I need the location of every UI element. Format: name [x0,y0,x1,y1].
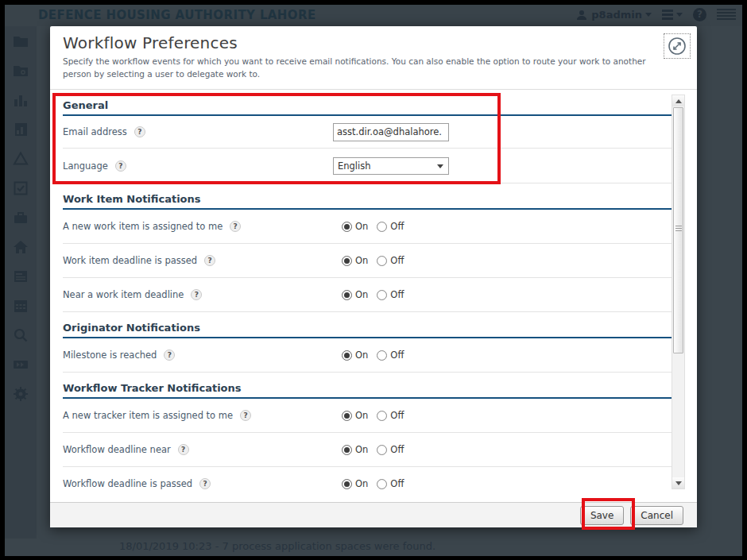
help-icon[interactable]: ? [115,160,126,172]
bar-chart-icon[interactable] [12,91,29,109]
app-header: DEFENCE HOUSING AUTHORITY LAHORE p8admin… [5,5,742,26]
save-button[interactable]: Save [580,506,624,525]
notification-row: A new tracker item is assigned to me ? O… [63,399,672,433]
on-off-group: On Off [333,410,408,421]
notification-row-clipped: Workflow deadline is passed ? On Off [63,467,672,490]
chevron-down-icon [437,164,443,168]
help-icon[interactable]: ? [240,410,251,421]
briefcase-icon[interactable] [12,209,29,226]
language-select[interactable]: English [333,157,449,175]
caret-down-icon [645,13,652,17]
email-input[interactable] [333,123,449,141]
status-bar: 18/01/2019 10:23 - 7 process application… [119,540,435,552]
on-off-group: On Off [333,221,408,232]
section-heading-general: General [63,90,672,116]
help-icon[interactable]: ? [191,289,202,300]
language-row: Language ? English [63,149,672,183]
scrollbar-thumb[interactable] [673,107,683,353]
calendar-icon[interactable] [12,297,29,315]
radio-off[interactable]: Off [377,444,404,455]
sidebar [5,26,37,539]
section-heading-tracker: Workflow Tracker Notifications [63,373,672,399]
form-icon[interactable] [12,268,29,285]
home-icon[interactable] [12,238,29,256]
radio-off[interactable]: Off [377,478,404,489]
row-label: A new tracker item is assigned to me [63,410,233,421]
cancel-button[interactable]: Cancel [630,506,683,525]
radio-off[interactable]: Off [377,289,404,300]
help-icon[interactable]: ? [204,255,215,266]
scroll-up-button[interactable] [672,95,684,106]
radio-on[interactable]: On [342,444,368,455]
radio-on[interactable]: On [342,221,368,232]
folder-icon[interactable] [12,33,29,50]
radio-on[interactable]: On [342,478,368,489]
scrollbar-grip-icon [675,226,682,232]
section-heading-work-item: Work Item Notifications [63,183,672,210]
caret-down-icon [676,13,683,17]
on-off-group: On Off [333,255,408,266]
radio-off[interactable]: Off [377,350,404,361]
radio-off-icon [377,222,387,232]
section-heading-originator: Originator Notifications [63,312,672,338]
user-menu[interactable]: p8admin [575,9,652,21]
on-off-group: On Off [333,350,408,361]
vertical-scrollbar[interactable] [672,95,685,489]
dialog-description: Specify the workflow events for which yo… [63,55,668,81]
expand-icon [667,36,687,56]
menu-icon [662,10,673,20]
help-icon[interactable]: ? [134,126,145,137]
radio-off-icon [377,445,387,455]
radio-on-icon [342,479,352,489]
help-icon[interactable]: ? [693,8,706,21]
radio-on[interactable]: On [342,289,368,300]
help-icon[interactable]: ? [230,221,241,232]
scroll-down-button[interactable] [672,477,684,489]
help-icon[interactable]: ? [199,478,211,489]
search-icon[interactable] [12,326,29,344]
workflow-preferences-dialog: Workflow Preferences Specify the workflo… [50,26,697,527]
preference-rows: General Email address ? Language ? Engli… [63,90,672,490]
language-label: Language [63,160,108,172]
recycle-icon[interactable] [12,150,29,168]
radio-off[interactable]: Off [377,221,404,232]
radio-off-icon [377,350,387,361]
brand-logo [717,9,736,21]
radio-off-icon [377,290,387,300]
player-icon[interactable] [12,356,29,373]
on-off-group: On Off [333,478,408,489]
radio-on-icon [342,290,352,300]
radio-on[interactable]: On [342,410,368,421]
managed-folder-icon[interactable] [12,62,29,79]
radio-on[interactable]: On [342,350,368,361]
language-selected-value: English [338,160,371,172]
email-label: Email address [63,126,127,137]
expand-button[interactable] [664,33,691,59]
row-label: Workflow deadline is passed [63,478,192,489]
header-actions: p8admin ? [575,8,736,21]
row-label: Milestone is reached [63,350,157,361]
app-title: DEFENCE HOUSING AUTHORITY LAHORE [38,8,316,22]
radio-off-icon [377,411,387,421]
radio-off-icon [377,479,387,489]
on-off-group: On Off [333,444,408,455]
radio-off[interactable]: Off [377,255,404,266]
row-label: Near a work item deadline [63,289,184,300]
task-check-icon[interactable] [12,180,29,197]
dialog-header: Workflow Preferences Specify the workflo… [50,26,697,89]
notification-row: Work item deadline is passed ? On Off [63,244,672,278]
radio-on-icon [342,445,352,455]
triangle-down-icon [675,481,682,485]
radio-on-icon [342,411,352,421]
main-menu[interactable] [662,10,683,20]
help-icon[interactable]: ? [178,444,189,455]
dialog-footer: Save Cancel [50,502,697,527]
report-icon[interactable] [12,121,29,138]
radio-on[interactable]: On [342,255,368,266]
gear-icon[interactable] [12,385,29,403]
radio-off-icon [377,256,387,266]
row-label: A new work item is assigned to me [63,221,223,232]
radio-off[interactable]: Off [377,410,404,421]
help-icon[interactable]: ? [164,350,175,361]
notification-row: Near a work item deadline ? On Off [63,278,672,312]
